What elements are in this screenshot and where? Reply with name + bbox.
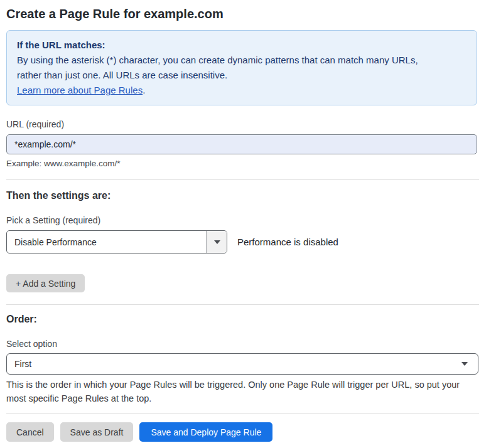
settings-section-heading: Then the settings are:	[6, 189, 496, 201]
cancel-button[interactable]: Cancel	[6, 422, 54, 442]
learn-more-page-rules-link[interactable]: Learn more about Page Rules	[17, 85, 143, 95]
order-description-text: This is the order in which your Page Rul…	[6, 378, 471, 405]
page-title: Create a Page Rule for example.com	[6, 6, 496, 21]
setting-select-value: Disable Performance	[7, 231, 207, 253]
section-divider	[6, 179, 479, 180]
footer-divider	[6, 413, 479, 414]
chevron-down-icon	[214, 240, 220, 244]
chevron-down-icon	[461, 362, 468, 366]
setting-select[interactable]: Disable Performance	[6, 230, 227, 253]
order-select-value: First	[14, 359, 31, 369]
info-box-heading: If the URL matches:	[17, 38, 466, 53]
order-section-heading: Order:	[6, 313, 496, 325]
create-page-rule-form: Create a Page Rule for example.com If th…	[0, 0, 496, 442]
link-period: .	[143, 85, 145, 95]
setting-status-text: Performance is disabled	[237, 237, 338, 247]
section-divider	[6, 304, 479, 305]
url-input[interactable]	[6, 134, 477, 154]
info-box-link-line: Learn more about Page Rules.	[17, 83, 466, 98]
save-draft-button[interactable]: Save as Draft	[60, 422, 134, 442]
order-select[interactable]: First	[6, 353, 478, 375]
footer-button-row: Cancel Save as Draft Save and Deploy Pag…	[6, 422, 496, 442]
setting-row: Disable Performance Performance is disab…	[6, 230, 496, 253]
url-label: URL (required)	[6, 119, 496, 130]
info-box-body: By using the asterisk (*) character, you…	[17, 53, 438, 83]
pick-setting-label: Pick a Setting (required)	[6, 215, 496, 226]
setting-select-arrow-button[interactable]	[207, 231, 227, 253]
save-deploy-button[interactable]: Save and Deploy Page Rule	[139, 422, 272, 442]
url-example-text: Example: www.example.com/*	[6, 159, 496, 169]
add-setting-button[interactable]: + Add a Setting	[6, 274, 85, 292]
order-select-label: Select option	[6, 339, 496, 349]
url-matches-info-box: If the URL matches: By using the asteris…	[6, 30, 477, 105]
